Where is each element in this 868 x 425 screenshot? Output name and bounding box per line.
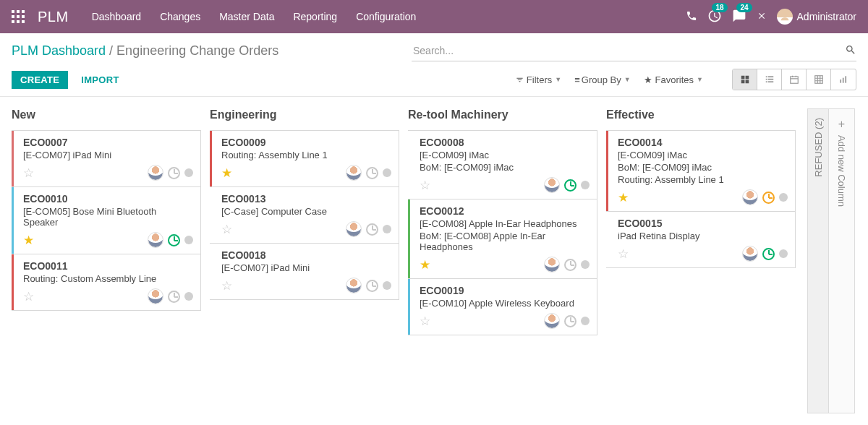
star-icon[interactable]: ★ [23, 233, 34, 248]
clock-icon[interactable] [762, 192, 775, 204]
clock-icon[interactable] [564, 315, 576, 327]
calendar-view-icon[interactable] [782, 69, 807, 90]
folded-column-refused[interactable]: REFUSED (2) [807, 108, 829, 413]
star-icon[interactable]: ★ [420, 257, 430, 272]
kanban-card[interactable]: ECO0018[E-COM07] iPad Mini☆ [210, 243, 399, 300]
svg-rect-20 [840, 80, 841, 83]
card-title: ECO0010 [23, 193, 193, 205]
assignee-avatar[interactable] [346, 221, 362, 237]
assignee-avatar[interactable] [148, 288, 163, 304]
state-dot[interactable] [779, 193, 788, 202]
import-button[interactable]: IMPORT [72, 71, 127, 89]
kanban-card[interactable]: ECO0015iPad Retina Display☆ [606, 211, 796, 268]
clock-icon[interactable] [564, 259, 576, 271]
column-title[interactable]: Effective [606, 108, 796, 121]
star-icon[interactable]: ☆ [23, 166, 34, 181]
top-nav: PLM Dashboard Changes Master Data Report… [0, 0, 868, 33]
close-icon[interactable] [757, 11, 767, 23]
state-dot[interactable] [184, 292, 193, 301]
phone-icon[interactable] [686, 10, 697, 24]
messages-icon[interactable]: 24 [732, 9, 746, 25]
filters-dropdown[interactable]: Filters▼ [516, 74, 561, 85]
assignee-avatar[interactable] [544, 257, 560, 272]
assignee-avatar[interactable] [346, 165, 362, 181]
star-icon[interactable]: ★ [221, 166, 232, 181]
list-view-icon[interactable] [757, 69, 782, 90]
kanban-card[interactable]: ECO0008[E-COM09] iMacBoM: [E-COM09] iMac… [408, 130, 597, 199]
assignee-avatar[interactable] [544, 313, 560, 329]
breadcrumb-root[interactable]: PLM Dashboard [12, 43, 106, 58]
star-icon[interactable]: ☆ [221, 222, 232, 237]
star-icon[interactable]: ☆ [23, 289, 34, 304]
state-dot[interactable] [779, 249, 788, 258]
activities-icon[interactable]: 18 [707, 9, 722, 25]
graph-view-icon[interactable] [831, 69, 856, 90]
kanban-card[interactable]: ECO0019[E-COM10] Apple Wireless Keyboard… [408, 278, 597, 335]
svg-rect-8 [767, 79, 773, 80]
search-options: Filters▼ ≡ Group By▼ ★ Favorites▼ [516, 74, 703, 85]
clock-icon[interactable] [168, 234, 180, 246]
kanban-card[interactable]: ECO0013[C-Case] Computer Case☆ [210, 186, 399, 244]
svg-rect-3 [741, 80, 744, 84]
kanban-card[interactable]: ECO0009Routing: Assembly Line 1★ [210, 130, 399, 187]
plus-icon: + [838, 118, 845, 131]
clock-icon[interactable] [366, 223, 378, 236]
assignee-avatar[interactable] [148, 232, 163, 248]
state-dot[interactable] [383, 281, 391, 290]
card-title: ECO0012 [420, 205, 590, 217]
card-line: [E-COM09] iMac [618, 150, 788, 160]
state-dot[interactable] [581, 260, 590, 269]
pivot-view-icon[interactable] [807, 69, 831, 90]
state-dot[interactable] [581, 317, 590, 325]
clock-icon[interactable] [762, 248, 775, 260]
kanban-card[interactable]: ECO0011Routing: Custom Assembly Line☆ [12, 254, 201, 311]
assignee-avatar[interactable] [346, 278, 362, 293]
menu-dashboard[interactable]: Dashboard [92, 11, 142, 22]
clock-icon[interactable] [168, 291, 180, 303]
state-dot[interactable] [383, 168, 391, 177]
groupby-dropdown[interactable]: ≡ Group By▼ [574, 74, 630, 85]
assignee-avatar[interactable] [544, 177, 560, 193]
star-icon[interactable]: ☆ [221, 278, 232, 293]
star-icon[interactable]: ☆ [618, 246, 629, 262]
favorites-dropdown[interactable]: ★ Favorites▼ [644, 74, 703, 85]
column-title[interactable]: New [12, 108, 201, 121]
clock-icon[interactable] [168, 167, 180, 179]
clock-icon[interactable] [564, 179, 576, 192]
kanban-card[interactable]: ECO0007[E-COM07] iPad Mini☆ [12, 130, 201, 187]
control-panel: PLM Dashboard / Engineering Change Order… [0, 33, 868, 97]
user-menu[interactable]: Administrator [777, 9, 856, 25]
menu-changes[interactable]: Changes [160, 11, 200, 22]
assignee-avatar[interactable] [742, 189, 758, 205]
clock-icon[interactable] [366, 280, 378, 292]
assignee-avatar[interactable] [742, 246, 758, 262]
apps-icon[interactable] [12, 10, 25, 23]
kanban-card[interactable]: ECO0012[E-COM08] Apple In-Ear Headphones… [408, 199, 597, 279]
card-stripe [606, 131, 608, 211]
column-title[interactable]: Re-tool Machinery [408, 108, 597, 121]
assignee-avatar[interactable] [148, 165, 163, 181]
column-title[interactable]: Engineering [210, 108, 399, 121]
state-dot[interactable] [184, 168, 193, 177]
kanban-view-icon[interactable] [733, 69, 757, 90]
state-dot[interactable] [184, 236, 193, 244]
search-input[interactable] [412, 42, 845, 59]
menu-configuration[interactable]: Configuration [356, 11, 416, 22]
star-icon[interactable]: ☆ [420, 314, 430, 329]
menu-reporting[interactable]: Reporting [293, 11, 337, 22]
clock-icon[interactable] [366, 167, 378, 179]
svg-rect-6 [767, 76, 773, 77]
star-icon[interactable]: ★ [618, 190, 629, 205]
create-button[interactable]: CREATE [12, 71, 68, 89]
menu-master-data[interactable]: Master Data [219, 11, 274, 22]
search-icon[interactable] [845, 44, 856, 58]
folded-columns: REFUSED (2)+Add new Column [807, 108, 855, 413]
kanban-card[interactable]: ECO0010[E-COM05] Bose Mini Bluetooth Spe… [12, 186, 201, 254]
star-icon[interactable]: ☆ [420, 178, 430, 193]
state-dot[interactable] [581, 181, 590, 189]
kanban-card[interactable]: ECO0014[E-COM09] iMacBoM: [E-COM09] iMac… [606, 130, 796, 212]
state-dot[interactable] [383, 225, 391, 233]
card-title: ECO0008 [420, 137, 590, 148]
card-title: ECO0013 [221, 193, 391, 205]
add-column[interactable]: +Add new Column [829, 108, 855, 413]
